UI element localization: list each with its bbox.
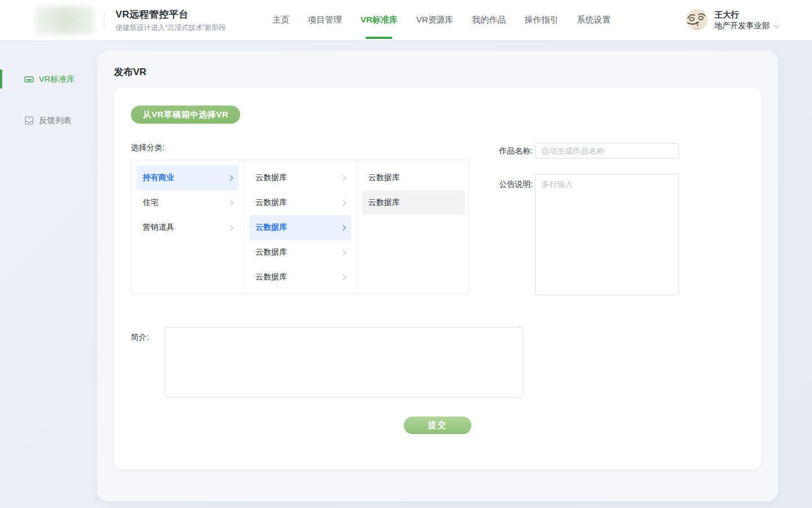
intro-row: 简介: [131, 327, 744, 397]
category-select-block: 选择分类: 持有商业 住宅 [131, 143, 469, 294]
nav-item-vr-standard-library[interactable]: VR标准库 [351, 0, 407, 41]
cascader-option-label: 云数据库 [255, 272, 287, 282]
chevron-right-icon [341, 249, 346, 255]
nav-item-home[interactable]: 主页 [263, 0, 299, 41]
cascader-option[interactable]: 住宅 [136, 190, 239, 215]
user-name: 王大行 [714, 9, 778, 20]
cascader-option[interactable]: 云数据库 [362, 190, 465, 215]
nav-item-operation-guide[interactable]: 操作指引 [515, 0, 568, 41]
cascader-option-label: 云数据库 [368, 173, 400, 183]
sidebar-item-label: 反馈列表 [39, 115, 72, 126]
cascader-option[interactable]: 营销道具 [136, 215, 239, 240]
cascader-option[interactable]: 云数据库 [362, 165, 465, 190]
cascader-column-3: 云数据库 云数据库 [357, 160, 470, 294]
sidebar-item-label: VR标准库 [39, 74, 75, 85]
main-content: 发布VR 从VR草稿箱中选择VR 选择分类: 持有商业 [97, 51, 778, 501]
nav-item-label: VR标准库 [360, 15, 398, 25]
vr-headset-icon [24, 74, 34, 85]
chevron-right-icon [228, 200, 233, 205]
chevron-down-icon[interactable] [774, 22, 780, 28]
user-menu[interactable]: 王大行 地产开发事业部 [686, 9, 778, 30]
chevron-right-icon [228, 175, 233, 181]
app-header: VR远程管控平台 使建筑设计进入“沉浸式技术”新阶段 主页 项目管理 VR标准库… [0, 0, 812, 41]
work-name-label: 作品名称: [495, 143, 533, 159]
user-department-label: 地产开发事业部 [714, 21, 770, 31]
notice-row: 公告说明: [495, 174, 679, 295]
cascader-option[interactable]: 云数据库 [249, 215, 351, 240]
intro-textarea[interactable] [165, 327, 523, 397]
cascader-column-2: 云数据库 云数据库 云数据库 [244, 160, 357, 294]
cascader-option[interactable]: 持有商业 [136, 165, 239, 190]
content-container: 发布VR 从VR草稿箱中选择VR 选择分类: 持有商业 [97, 51, 778, 501]
chevron-right-icon [341, 175, 346, 181]
cascader-option[interactable]: 云数据库 [249, 240, 351, 265]
nav-item-project-management[interactable]: 项目管理 [299, 0, 351, 41]
publish-vr-card: 从VR草稿箱中选择VR 选择分类: 持有商业 [114, 87, 761, 469]
header-divider [104, 12, 104, 29]
cascader-column-1: 持有商业 住宅 营销道具 [131, 160, 244, 294]
user-info: 王大行 地产开发事业部 [714, 9, 778, 30]
sidebar: VR标准库 ? 反馈列表 [0, 41, 97, 508]
work-name-input[interactable] [535, 143, 679, 159]
chevron-right-icon [341, 225, 346, 230]
work-info-form: 作品名称: 公告说明: [495, 143, 679, 310]
sidebar-item-vr-standard-library[interactable]: VR标准库 [0, 69, 97, 89]
user-department: 地产开发事业部 [714, 21, 778, 31]
category-label: 选择分类: [131, 143, 469, 153]
cascader-option-label: 云数据库 [368, 198, 400, 208]
page-title: 发布VR [114, 65, 761, 78]
active-tab-underline [365, 37, 392, 39]
chevron-right-icon [341, 200, 346, 205]
company-logo [35, 6, 95, 34]
chevron-right-icon [341, 274, 346, 280]
cascader-option[interactable]: 云数据库 [249, 190, 351, 215]
cascader-option[interactable]: 云数据库 [249, 165, 351, 190]
work-name-row: 作品名称: [495, 143, 679, 159]
cascader-option-label: 住宅 [143, 198, 158, 208]
nav-item-system-settings[interactable]: 系统设置 [568, 0, 620, 41]
notice-textarea[interactable] [535, 174, 679, 295]
intro-label: 简介: [131, 327, 165, 397]
svg-text:?: ? [28, 117, 30, 121]
cascader-option-label: 持有商业 [143, 173, 174, 183]
category-and-form-row: 选择分类: 持有商业 住宅 [131, 143, 744, 310]
app-subtitle: 使建筑设计进入“沉浸式技术”新阶段 [116, 23, 226, 33]
cascader-option-label: 云数据库 [255, 222, 287, 233]
feedback-inbox-icon: ? [24, 115, 34, 126]
cascader-option[interactable]: 云数据库 [249, 265, 351, 290]
avatar[interactable] [686, 9, 708, 30]
submit-button[interactable]: 提交 [404, 417, 471, 434]
select-from-draft-button[interactable]: 从VR草稿箱中选择VR [131, 106, 240, 124]
cascader-option-label: 云数据库 [255, 173, 287, 183]
cascader-option-label: 营销道具 [143, 222, 174, 233]
notice-label: 公告说明: [495, 174, 533, 295]
nav-item-my-works[interactable]: 我的作品 [463, 0, 515, 41]
app-title: VR远程管控平台 [116, 8, 226, 21]
active-item-indicator [0, 69, 2, 89]
brand-block: VR远程管控平台 使建筑设计进入“沉浸式技术”新阶段 [116, 8, 226, 33]
chevron-right-icon [228, 225, 233, 230]
nav-item-vr-resource-library[interactable]: VR资源库 [407, 0, 463, 41]
cascader-option-label: 云数据库 [255, 198, 287, 208]
main-nav: 主页 项目管理 VR标准库 VR资源库 我的作品 操作指引 系统设置 [263, 0, 620, 41]
avatar-dog-illustration [686, 9, 708, 30]
sidebar-item-feedback-list[interactable]: ? 反馈列表 [0, 110, 97, 130]
category-cascader: 持有商业 住宅 营销道具 [131, 160, 469, 294]
cascader-option-label: 云数据库 [255, 247, 287, 257]
